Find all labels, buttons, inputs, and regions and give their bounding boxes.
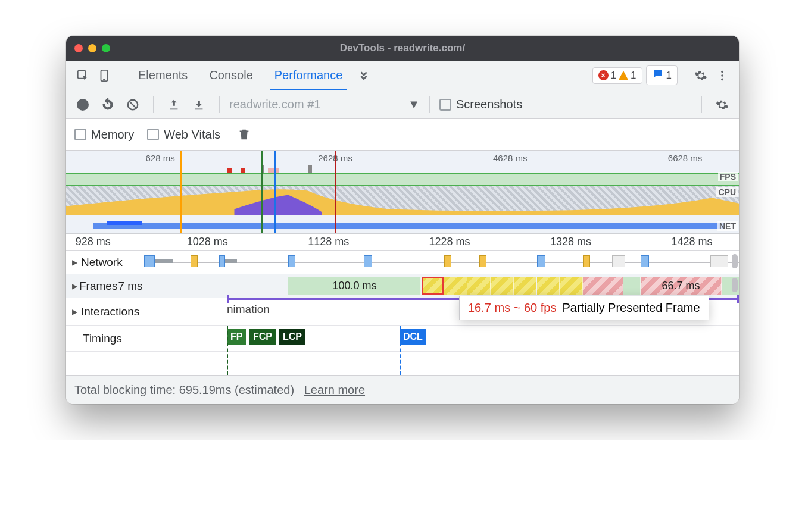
inspect-icon[interactable] bbox=[72, 65, 93, 86]
memory-checkbox[interactable]: Memory bbox=[74, 128, 134, 142]
checkbox-icon bbox=[147, 129, 159, 140]
cpu-label: CPU bbox=[716, 187, 738, 197]
tab-elements[interactable]: Elements bbox=[127, 61, 198, 90]
learn-more-link[interactable]: Learn more bbox=[304, 383, 365, 396]
frame-selected[interactable] bbox=[422, 277, 445, 295]
track-label: Frames bbox=[79, 280, 117, 293]
frame-tooltip: 16.7 ms ~ 60 fps Partially Presented Fra… bbox=[459, 296, 709, 320]
tab-console[interactable]: Console bbox=[198, 61, 263, 90]
track-body-interactions[interactable]: nimation 16.7 ms ~ 60 fps Partially Pres… bbox=[161, 298, 739, 325]
expand-icon: ▶ bbox=[72, 282, 77, 290]
tab-performance[interactable]: Performance bbox=[264, 61, 354, 90]
capture-settings-icon[interactable] bbox=[712, 94, 733, 115]
track-label: Network bbox=[81, 256, 123, 269]
marker-blue bbox=[274, 151, 276, 233]
warning-icon bbox=[619, 71, 628, 80]
track-header-interactions[interactable]: ▶ Interactions bbox=[66, 298, 161, 325]
maximize-icon[interactable] bbox=[102, 44, 110, 52]
message-count: 1 bbox=[666, 70, 672, 82]
checkbox-icon bbox=[439, 99, 451, 111]
screenshots-label: Screenshots bbox=[456, 98, 522, 111]
settings-icon[interactable] bbox=[690, 65, 712, 86]
upload-icon[interactable] bbox=[163, 94, 185, 115]
close-icon[interactable] bbox=[74, 44, 83, 52]
ruler-tick: 1228 ms bbox=[429, 236, 470, 248]
clear-button[interactable] bbox=[122, 94, 143, 115]
scrollbar-thumb[interactable] bbox=[732, 254, 738, 268]
devtools-window: DevTools - readwrite.com/ Elements Conso… bbox=[66, 36, 739, 404]
more-tabs-icon[interactable] bbox=[353, 65, 375, 86]
track-timings[interactable]: Timings FP FCP LCP DCL bbox=[66, 326, 739, 352]
marker-dcl-line bbox=[400, 326, 401, 375]
screenshots-checkbox[interactable]: Screenshots bbox=[439, 98, 522, 111]
overview-net-lane: NET bbox=[66, 221, 739, 232]
track-interactions[interactable]: ▶ Interactions nimation 16.7 ms ~ 60 fps… bbox=[66, 298, 739, 326]
blocking-time-label: Total blocking time: 695.19ms (estimated… bbox=[74, 383, 294, 396]
chevron-down-icon: ▼ bbox=[408, 98, 420, 111]
traffic-lights bbox=[74, 44, 110, 52]
divider bbox=[121, 67, 121, 84]
divider bbox=[153, 96, 154, 113]
overview-tick: 4628 ms bbox=[493, 153, 528, 163]
track-header-timings[interactable]: Timings bbox=[66, 326, 161, 351]
summary-footer: Total blocking time: 695.19ms (estimated… bbox=[66, 375, 739, 404]
webvitals-checkbox[interactable]: Web Vitals bbox=[147, 128, 220, 142]
divider bbox=[684, 67, 684, 84]
record-button[interactable] bbox=[72, 94, 93, 115]
perf-toolbar: readwrite.com #1 ▼ Screenshots bbox=[66, 90, 739, 119]
overview-tick: 6628 ms bbox=[668, 153, 703, 163]
errors-badge[interactable]: × 1 1 bbox=[592, 67, 642, 84]
track-body-network[interactable] bbox=[161, 251, 739, 274]
overview-tick: 628 ms bbox=[146, 153, 175, 163]
message-icon bbox=[652, 68, 664, 83]
warning-count: 1 bbox=[631, 70, 636, 82]
svg-line-7 bbox=[130, 101, 136, 108]
messages-badge[interactable]: 1 bbox=[646, 65, 678, 85]
memory-label: Memory bbox=[91, 128, 134, 142]
marker-green bbox=[261, 151, 263, 233]
svg-point-4 bbox=[721, 74, 723, 77]
track-header-frames[interactable]: ▶ Frames 7 ms bbox=[66, 274, 161, 298]
track-label: Interactions bbox=[81, 305, 139, 318]
track-body-frames[interactable]: 100.0 ms 66.7 ms bbox=[161, 274, 739, 298]
track-body-timings[interactable]: FP FCP LCP DCL bbox=[161, 326, 739, 351]
marker-fp-line bbox=[227, 326, 228, 375]
timing-fp[interactable]: FP bbox=[227, 329, 246, 345]
frame-duration: 100.0 ms bbox=[332, 280, 376, 292]
animation-label: nimation bbox=[227, 303, 270, 316]
net-label: NET bbox=[717, 221, 738, 231]
frame-partial-duration: 7 ms bbox=[118, 280, 142, 293]
timing-lcp[interactable]: LCP bbox=[279, 329, 305, 345]
track-frames[interactable]: ▶ Frames 7 ms 100.0 ms 66.7 ms bbox=[66, 274, 739, 298]
error-count: 1 bbox=[611, 70, 616, 82]
divider bbox=[701, 96, 702, 113]
ruler-tick: 1028 ms bbox=[187, 236, 228, 248]
timing-dcl[interactable]: DCL bbox=[400, 329, 426, 345]
ruler-tick: 1128 ms bbox=[308, 236, 349, 248]
minimize-icon[interactable] bbox=[88, 44, 96, 52]
detail-ruler[interactable]: 928 ms 1028 ms 1128 ms 1228 ms 1328 ms 1… bbox=[66, 234, 739, 251]
expand-icon: ▶ bbox=[72, 258, 77, 267]
trash-icon[interactable] bbox=[233, 124, 255, 145]
status-badges: × 1 1 1 bbox=[592, 65, 678, 85]
svg-point-3 bbox=[721, 70, 723, 73]
reload-record-button[interactable] bbox=[97, 94, 118, 115]
timing-fcp[interactable]: FCP bbox=[249, 329, 276, 345]
ruler-tick: 1428 ms bbox=[671, 236, 712, 248]
recording-select[interactable]: readwrite.com #1 ▼ bbox=[229, 98, 420, 111]
timeline-overview[interactable]: 628 ms 2628 ms 4628 ms 6628 ms FPS CPU bbox=[66, 151, 739, 234]
track-network[interactable]: ▶ Network bbox=[66, 251, 739, 274]
download-icon[interactable] bbox=[188, 94, 210, 115]
error-icon: × bbox=[598, 70, 609, 80]
titlebar: DevTools - readwrite.com/ bbox=[66, 36, 739, 61]
fps-label: FPS bbox=[718, 172, 738, 181]
overview-fps-lane: FPS bbox=[66, 168, 739, 186]
kebab-menu-icon[interactable] bbox=[712, 65, 733, 86]
device-toggle-icon[interactable] bbox=[93, 65, 115, 86]
track-empty bbox=[66, 352, 739, 375]
webvitals-label: Web Vitals bbox=[164, 128, 220, 142]
divider bbox=[429, 96, 430, 113]
checkbox-icon bbox=[74, 129, 86, 140]
scrollbar-thumb[interactable] bbox=[732, 278, 738, 292]
divider bbox=[219, 96, 220, 113]
